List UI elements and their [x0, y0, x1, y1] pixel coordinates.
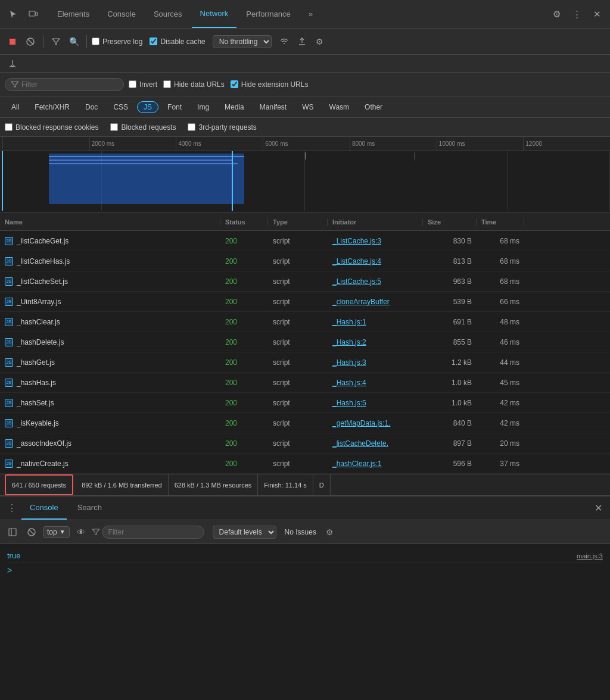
td-initiator[interactable]: _Hash.js:4 [328, 379, 423, 387]
table-row[interactable]: JS _listCacheGet.js 200 script _ListCach… [0, 231, 610, 251]
filter-icon[interactable] [48, 34, 64, 49]
hide-extension-urls-checkbox[interactable] [231, 80, 238, 88]
td-status: 200 [220, 399, 268, 407]
sep2 [86, 35, 87, 48]
td-initiator[interactable]: _listCacheDelete. [328, 439, 423, 448]
type-btn-doc[interactable]: Doc [79, 101, 104, 113]
preserve-log-label[interactable]: Preserve log [92, 38, 142, 46]
table-row[interactable]: JS _hashHas.js 200 script _Hash.js:4 1.0… [0, 373, 610, 393]
type-btn-other[interactable]: Other [358, 101, 389, 113]
default-levels-select[interactable]: Default levels [213, 526, 276, 539]
type-btn-img[interactable]: Img [191, 101, 216, 113]
table-row[interactable]: JS _Uint8Array.js 200 script _cloneArray… [0, 292, 610, 312]
disable-cache-checkbox[interactable] [150, 38, 157, 45]
td-initiator[interactable]: _ListCache.js:5 [328, 277, 423, 286]
td-initiator[interactable]: _Hash.js:1 [328, 318, 423, 326]
close-icon[interactable]: ✕ [589, 6, 605, 23]
hide-data-urls-checkbox[interactable] [163, 80, 171, 88]
tab-network[interactable]: Network [192, 0, 237, 28]
tab-sources[interactable]: Sources [145, 0, 191, 28]
console-settings-icon[interactable]: ⚙ [322, 524, 338, 540]
type-btn-js[interactable]: JS [137, 101, 158, 113]
td-initiator[interactable]: _getMapData.js:1. [328, 419, 423, 427]
preserve-log-checkbox[interactable] [92, 38, 99, 45]
td-initiator[interactable]: _hashClear.js:1 [328, 460, 423, 468]
hide-data-urls-label[interactable]: Hide data URLs [163, 80, 225, 89]
upload-icon[interactable] [294, 34, 310, 49]
filter-input-wrap[interactable] [5, 78, 124, 91]
default-levels-wrap: Default levels [213, 526, 276, 539]
table-row[interactable]: JS _listCacheHas.js 200 script _ListCach… [0, 251, 610, 271]
more-icon[interactable]: ⋮ [568, 6, 585, 23]
device-icon[interactable] [25, 6, 42, 23]
table-row[interactable]: JS _isKeyable.js 200 script _getMapData.… [0, 413, 610, 433]
type-btn-all[interactable]: All [5, 101, 26, 113]
invert-label[interactable]: Invert [129, 80, 157, 89]
console-close-btn[interactable]: ✕ [591, 501, 605, 515]
hide-extension-urls-label[interactable]: Hide extension URLs [231, 80, 309, 89]
type-btn-fetch[interactable]: Fetch/XHR [28, 101, 76, 113]
type-btn-font[interactable]: Font [161, 101, 188, 113]
cursor-icon[interactable] [5, 6, 21, 23]
tab-more[interactable]: » [300, 0, 321, 28]
console-menu-icon[interactable]: ⋮ [5, 502, 19, 514]
td-initiator[interactable]: _Hash.js:5 [328, 399, 423, 407]
table-row[interactable]: JS _hashSet.js 200 script _Hash.js:5 1.0… [0, 393, 610, 413]
table-row[interactable]: JS _hashClear.js 200 script _Hash.js:1 6… [0, 312, 610, 332]
type-btn-media[interactable]: Media [218, 101, 251, 113]
table-row[interactable]: JS _assocIndexOf.js 200 script _listCach… [0, 433, 610, 454]
console-tab-search[interactable]: Search [69, 496, 110, 520]
search-icon[interactable]: 🔍 [66, 34, 82, 49]
console-filter-input[interactable] [102, 526, 204, 539]
console-prompt[interactable]: > [7, 563, 603, 577]
type-btn-css[interactable]: CSS [107, 101, 135, 113]
type-btn-wasm[interactable]: Wasm [323, 101, 356, 113]
console-sidebar-icon[interactable] [5, 524, 20, 540]
table-row[interactable]: JS _nativeCreate.js 200 script _hashClea… [0, 454, 610, 474]
blocked-requests-checkbox[interactable] [110, 123, 118, 131]
td-type: script [268, 460, 328, 468]
type-btn-ws[interactable]: WS [295, 101, 320, 113]
table-row[interactable]: JS _hashDelete.js 200 script _Hash.js:2 … [0, 332, 610, 352]
td-name: JS _isKeyable.js [0, 419, 220, 427]
download-icon[interactable] [5, 56, 20, 71]
table-row[interactable]: JS _hashGet.js 200 script _Hash.js:3 1.2… [0, 352, 610, 373]
blocked-requests-label[interactable]: Blocked requests [110, 123, 176, 132]
td-initiator[interactable]: _cloneArrayBuffer [328, 298, 423, 306]
console-eye-icon[interactable]: 👁 [73, 524, 89, 540]
record-btn[interactable]: ⏹ [5, 34, 20, 49]
filter-input[interactable] [21, 80, 111, 89]
network-settings-icon[interactable]: ⚙ [312, 34, 328, 49]
disable-cache-label[interactable]: Disable cache [150, 38, 205, 46]
throttle-select[interactable]: No throttling [213, 35, 272, 48]
file-name: _listCacheSet.js [17, 277, 68, 286]
sep1 [43, 35, 43, 48]
console-output-row: true main.js:3 [7, 549, 603, 563]
console-link[interactable]: main.js:3 [577, 552, 603, 560]
invert-checkbox[interactable] [129, 80, 136, 88]
td-type: script [268, 338, 328, 346]
clear-btn[interactable] [23, 34, 38, 49]
td-initiator[interactable]: _Hash.js:2 [328, 338, 423, 346]
context-select[interactable]: top ▼ [43, 526, 70, 538]
tab-elements[interactable]: Elements [49, 0, 98, 28]
file-icon: JS [5, 237, 13, 245]
table-row[interactable]: JS _listCacheSet.js 200 script _ListCach… [0, 271, 610, 292]
td-time: 48 ms [477, 318, 524, 326]
third-party-checkbox[interactable] [188, 123, 195, 131]
wf-finish-marker [415, 152, 415, 160]
td-initiator[interactable]: _ListCache.js:3 [328, 237, 423, 245]
blocked-cookies-label[interactable]: Blocked response cookies [5, 123, 98, 132]
blocked-cookies-checkbox[interactable] [5, 123, 13, 131]
third-party-label[interactable]: 3rd-party requests [188, 123, 256, 132]
tab-performance[interactable]: Performance [238, 0, 298, 28]
console-tab-console[interactable]: Console [21, 496, 67, 520]
settings-icon[interactable]: ⚙ [548, 6, 565, 23]
td-size: 1.2 kB [423, 358, 477, 367]
type-btn-manifest[interactable]: Manifest [253, 101, 293, 113]
td-initiator[interactable]: _ListCache.js:4 [328, 257, 423, 265]
tab-console[interactable]: Console [99, 0, 144, 28]
wifi-icon[interactable] [276, 34, 292, 49]
td-initiator[interactable]: _Hash.js:3 [328, 358, 423, 367]
console-clear-icon[interactable] [24, 524, 39, 540]
